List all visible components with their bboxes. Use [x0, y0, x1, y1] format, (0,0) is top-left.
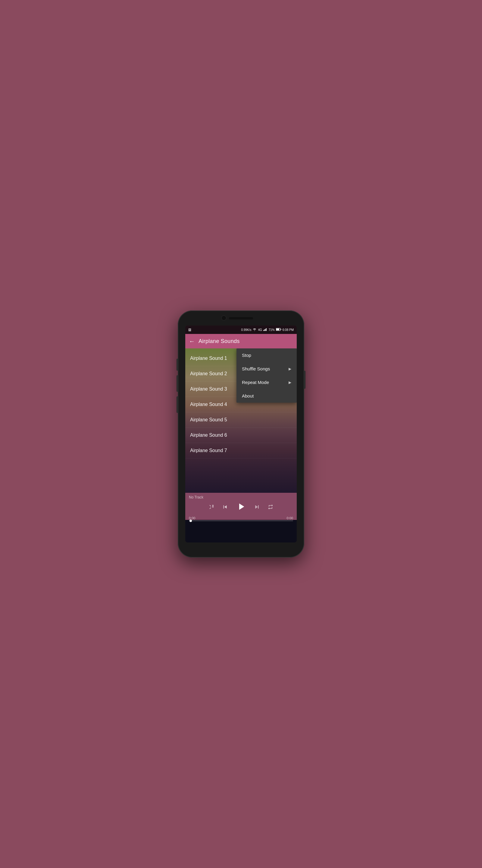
song-title: Airplane Sound 5: [190, 417, 227, 422]
network-type: 4G: [258, 328, 262, 332]
app-header: ← Airplane Sounds: [185, 334, 297, 348]
menu-item-repeat[interactable]: Repeat Mode ▶: [236, 375, 297, 389]
repeat-button[interactable]: [267, 504, 274, 512]
phone-btn-vol-down: [176, 375, 178, 392]
svg-rect-6: [276, 329, 279, 330]
chevron-right-icon: ▶: [289, 380, 291, 384]
ad-area: [185, 520, 297, 542]
time-end: 0:00: [287, 516, 293, 520]
image-icon: 🖼: [188, 328, 191, 332]
previous-button[interactable]: [222, 504, 228, 512]
menu-item-stop-label: Stop: [242, 352, 251, 358]
list-item[interactable]: Airplane Sound 5: [185, 412, 297, 428]
shuffle-button[interactable]: [208, 504, 215, 512]
signal-icon: [263, 328, 267, 332]
status-bar: 🖼 0.99K/s 4G: [185, 326, 297, 334]
no-track-label: No Track: [189, 495, 293, 499]
back-button[interactable]: ←: [189, 338, 195, 345]
next-button[interactable]: [254, 504, 260, 512]
progress-indicator: [190, 520, 192, 522]
clock: 6:08 PM: [283, 328, 294, 332]
song-title: Airplane Sound 1: [190, 355, 227, 361]
player-controls: No Track: [185, 493, 297, 520]
menu-item-about-label: About: [242, 393, 254, 398]
phone-btn-power: [176, 396, 178, 413]
progress-bar[interactable]: [189, 521, 293, 521]
list-item[interactable]: Airplane Sound 6: [185, 428, 297, 443]
menu-item-shuffle-label: Shuffle Songs: [242, 366, 270, 371]
battery-pct: 71%: [269, 328, 275, 332]
song-title: Airplane Sound 4: [190, 402, 227, 407]
song-title: Airplane Sound 6: [190, 433, 227, 438]
app-title: Airplane Sounds: [198, 338, 240, 344]
list-item[interactable]: Airplane Sound 7: [185, 443, 297, 458]
song-title: Airplane Sound 3: [190, 386, 227, 392]
wifi-icon: [252, 328, 257, 332]
network-speed: 0.99K/s: [241, 328, 251, 332]
play-button[interactable]: [235, 501, 247, 515]
time-row: 0:00 0:00: [189, 516, 293, 520]
svg-rect-3: [266, 328, 267, 331]
context-menu: Stop Shuffle Songs ▶ Repeat Mode ▶ About: [236, 348, 297, 403]
phone-camera: [221, 315, 227, 321]
phone-speaker: [229, 317, 253, 319]
menu-item-shuffle[interactable]: Shuffle Songs ▶: [236, 362, 297, 375]
content-area: Airplane Sound 1 Airplane Sound 2 Airpla…: [185, 348, 297, 493]
phone-device: 🖼 0.99K/s 4G: [178, 310, 304, 558]
phone-btn-vol-up: [176, 359, 178, 371]
chevron-right-icon: ▶: [289, 367, 291, 371]
playback-controls: [189, 501, 293, 515]
battery-icon: [276, 328, 281, 332]
phone-screen: 🖼 0.99K/s 4G: [185, 326, 297, 542]
menu-item-about[interactable]: About: [236, 389, 297, 403]
menu-item-repeat-label: Repeat Mode: [242, 380, 269, 385]
song-title: Airplane Sound 2: [190, 371, 227, 376]
menu-item-stop[interactable]: Stop: [236, 348, 297, 362]
song-title: Airplane Sound 7: [190, 448, 227, 453]
svg-rect-0: [263, 330, 264, 331]
svg-rect-5: [281, 329, 281, 330]
phone-btn-right: [304, 371, 306, 389]
status-bar-left: 🖼: [188, 328, 191, 332]
svg-rect-1: [264, 330, 265, 331]
time-start: 0:00: [189, 516, 195, 520]
status-bar-right: 0.99K/s 4G 71: [241, 328, 294, 332]
svg-rect-2: [265, 329, 266, 331]
